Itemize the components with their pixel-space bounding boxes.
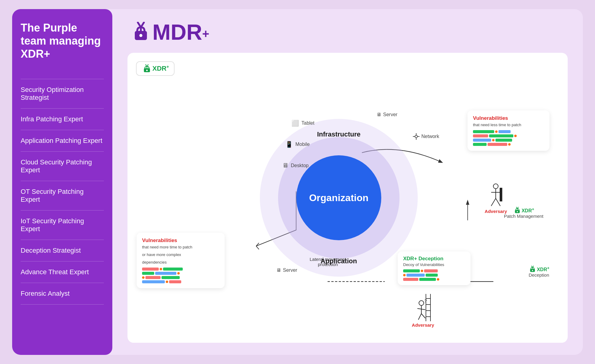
svg-point-21 [517,211,518,212]
sidebar-nav: Security Optimization Strategist Infra P… [21,79,104,305]
deception-label: Deception [528,272,549,278]
server-top-label: 🖥 Server [376,112,397,117]
svg-line-35 [421,314,425,318]
deception-card-subtitle: Decoy of Vulnerabilities [403,262,465,267]
vuln-card-bottom-subtitle3: dependencies [142,260,219,265]
header: MDR+ [127,21,568,43]
adversary-bottom: ? Adversary [412,294,434,328]
xdr-deception-badge: XDR+ Deception [528,263,549,278]
svg-line-16 [496,198,500,206]
sidebar-item-infra-patching[interactable]: Infra Patching Expert [21,108,104,130]
sidebar-item-cloud-security[interactable]: Cloud Security Patching Expert [21,151,104,181]
network-label: Network [413,133,439,140]
vuln-card-bottom-subtitle1: that need more time to patch [142,245,219,249]
sidebar: The Purple team managing XDR+ Security O… [12,9,112,355]
adversary-bottom-label: Adversary [412,322,434,328]
sidebar-item-ot-security[interactable]: OT Security Patching Expert [21,181,104,210]
mdr-heading: MDR+ [152,21,209,43]
desktop-label: 🖥 Desktop [282,162,309,169]
org-diagram: Organization Infrastructure Application [260,119,418,277]
network-icon [413,133,420,140]
deception-xdr-text: XDR+ [537,266,549,272]
patch-xdr-text: XDR+ [522,207,534,214]
vuln-bars-top [473,130,544,146]
xdr-badge-topleft: XDR+ [136,61,175,76]
deception-card-title: XDR+ Deception [403,256,465,262]
xdr-deception-inline: XDR+ [528,266,549,272]
svg-rect-17 [500,188,502,201]
vuln-card-bottom-title: Vulnerabilities [142,238,219,244]
circle-inner: Organization [296,155,381,240]
mdr-logo-icon [127,22,148,42]
patch-management-area: XDR+ Patch Management [504,204,543,219]
server-top-icon: 🖥 [376,112,381,117]
vuln-card-bottom-subtitle2: or have more complex [142,252,219,257]
vuln-card-bottom: Vulnerabilities that need more time to p… [137,233,225,288]
org-label: Organization [309,192,369,204]
server-bottom-icon: 🖥 [276,268,281,273]
svg-text:?: ? [424,298,427,303]
adversary-bottom-figure: ? [414,294,432,321]
svg-point-2 [139,34,142,37]
mobile-icon: 📱 [285,141,293,148]
sidebar-title: The Purple team managing XDR+ [21,21,104,61]
svg-point-12 [493,184,498,189]
tablet-label: ⬜ Tablet [291,120,314,127]
mdr-text: MDR [152,20,202,44]
svg-point-24 [532,270,533,271]
svg-point-7 [415,135,417,138]
deception-xdr-icon [528,266,535,272]
server-bottom-label: 🖥 Server [276,268,297,273]
vuln-card-top-title: Vulnerabilities [473,115,544,121]
vuln-card-top-subtitle: that need less time to patch [473,123,544,127]
tablet-icon: ⬜ [291,120,299,127]
mobile-label: 📱 Mobile [285,141,310,148]
xdr-badge-icon [141,64,150,73]
circle-outer: Organization [260,119,418,277]
deception-card: XDR+ Deception Decoy of Vulnerabilities [398,251,471,285]
mdr-logo: MDR+ [127,21,209,43]
patch-mgmt-label: Patch Management [504,214,543,219]
patch-xdr-badge: XDR+ [504,207,543,214]
svg-line-15 [491,198,496,206]
mdr-plus: + [202,27,209,40]
svg-point-31 [419,301,424,305]
deception-bars [403,269,465,281]
svg-point-5 [146,70,148,71]
sidebar-item-deception-strategist[interactable]: Deception Strategist [21,240,104,261]
xdr-badge-label: XDR+ [152,64,169,72]
diagram-wrapper: XDR+ [127,53,568,343]
svg-line-34 [418,314,421,320]
main-container: The Purple team managing XDR+ Security O… [12,9,583,355]
adversary-top-figure [488,183,503,207]
sidebar-item-advance-threat[interactable]: Advance Threat Expert [21,261,104,283]
desktop-icon: 🖥 [282,162,288,169]
vuln-bars-bottom [142,268,219,283]
vuln-card-top: Vulnerabilities that need less time to p… [467,110,549,151]
sidebar-item-security-optimization[interactable]: Security Optimization Strategist [21,79,104,108]
sidebar-item-iot-security[interactable]: IoT Security Patching Expert [21,210,104,240]
content: MDR+ XDR+ [112,9,583,355]
sidebar-item-forensic-analyst[interactable]: Forensic Analyst [21,283,104,305]
patch-xdr-icon [513,207,520,214]
circle-mid: Organization [278,137,399,258]
sidebar-item-application-patching[interactable]: Application Patching Expert [21,130,104,151]
lateral-movement-label: Lateral movement protection [310,257,346,267]
infra-label: Infrastructure [317,130,360,138]
